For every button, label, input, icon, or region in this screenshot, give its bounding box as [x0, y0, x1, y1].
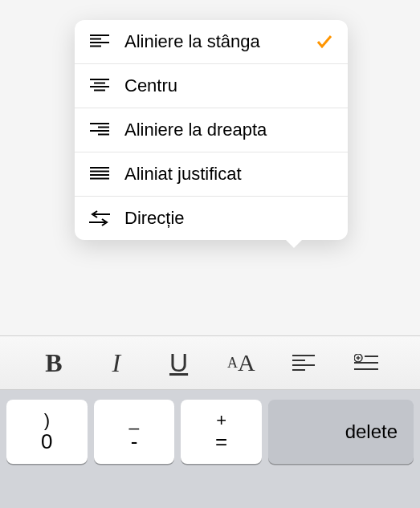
direction-icon	[89, 209, 110, 227]
align-left-icon	[89, 33, 110, 51]
key-top: _	[129, 411, 139, 430]
menu-item-direction[interactable]: Direcție	[75, 197, 348, 240]
align-icon	[292, 355, 315, 371]
text-size-large: A	[238, 349, 255, 376]
menu-item-align-center[interactable]: Centru	[75, 64, 348, 108]
delete-label: delete	[345, 421, 398, 443]
italic-button[interactable]: I	[97, 343, 136, 382]
underline-button[interactable]: U	[160, 343, 198, 382]
underline-label: U	[169, 348, 188, 378]
menu-item-align-left[interactable]: Aliniere la stânga	[75, 20, 348, 64]
align-justify-icon	[89, 165, 110, 183]
menu-label: Aliniat justificat	[124, 164, 333, 185]
menu-label: Centru	[124, 75, 333, 96]
alignment-button[interactable]	[284, 343, 323, 382]
key-0[interactable]: ) 0	[6, 400, 88, 464]
bold-label: B	[45, 348, 62, 378]
align-right-icon	[89, 121, 110, 139]
menu-label: Aliniere la dreapta	[124, 120, 333, 140]
key-bottom: 0	[41, 430, 52, 453]
menu-label: Direcție	[124, 208, 333, 229]
key-bottom: =	[215, 430, 227, 453]
key-top: +	[216, 411, 226, 430]
format-toolbar: B I U AA	[0, 335, 420, 390]
italic-label: I	[112, 348, 120, 378]
key-minus[interactable]: _ -	[94, 400, 175, 464]
indent-icon	[354, 354, 378, 372]
text-size-small: A	[227, 355, 238, 372]
bold-button[interactable]: B	[35, 343, 73, 382]
alignment-popover: Aliniere la stânga Centru A	[75, 20, 348, 240]
key-delete[interactable]: delete	[268, 400, 414, 464]
checkmark-icon	[316, 33, 333, 51]
menu-item-align-justify[interactable]: Aliniat justificat	[75, 152, 348, 197]
text-size-button[interactable]: AA	[222, 343, 260, 382]
menu-label: Aliniere la stânga	[124, 31, 316, 52]
keyboard-row: ) 0 _ - + = delete	[0, 390, 420, 508]
key-equals[interactable]: + =	[181, 400, 262, 464]
align-center-icon	[89, 77, 110, 95]
key-bottom: -	[131, 430, 138, 453]
key-top: )	[44, 411, 50, 430]
menu-item-align-right[interactable]: Aliniere la dreapta	[75, 108, 348, 152]
indent-button[interactable]	[347, 343, 385, 382]
